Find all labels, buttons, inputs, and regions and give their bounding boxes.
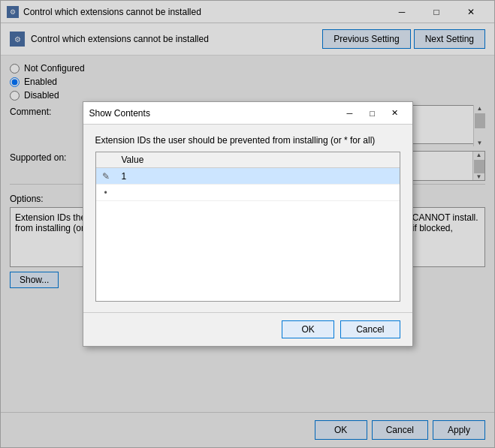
dialog-title: Show Contents	[89, 108, 339, 119]
edit-column-header	[96, 152, 116, 168]
values-table: Value ✎ •	[96, 152, 400, 201]
dialog-ok-button[interactable]: OK	[282, 320, 334, 338]
dialog-title-controls: ─ □ ✕	[339, 105, 406, 122]
dialog-close-button[interactable]: ✕	[384, 105, 406, 122]
main-window: ⚙ Control which extensions cannot be ins…	[0, 0, 495, 448]
dialog-cancel-button[interactable]: Cancel	[340, 320, 400, 338]
edit-icon-1: •	[96, 185, 116, 201]
table-row: ✎	[96, 168, 400, 185]
dialog-title-bar: Show Contents ─ □ ✕	[83, 102, 412, 125]
table-container[interactable]: Value ✎ •	[95, 152, 400, 302]
value-column-header: Value	[116, 152, 400, 168]
value-cell-0[interactable]	[116, 168, 400, 185]
value-cell-1[interactable]	[116, 185, 400, 201]
dialog-footer: OK Cancel	[83, 312, 412, 346]
dialog-body: Extension IDs the user should be prevent…	[83, 125, 412, 312]
modal-overlay: Show Contents ─ □ ✕ Extension IDs the us…	[1, 1, 494, 447]
show-contents-dialog: Show Contents ─ □ ✕ Extension IDs the us…	[83, 101, 413, 347]
value-input-0[interactable]	[122, 171, 394, 182]
table-row: •	[96, 185, 400, 201]
value-input-1[interactable]	[122, 188, 394, 198]
edit-icon-0: ✎	[96, 168, 116, 185]
dialog-maximize-button[interactable]: □	[361, 105, 384, 122]
dialog-minimize-button[interactable]: ─	[339, 105, 361, 122]
dialog-description: Extension IDs the user should be prevent…	[95, 135, 400, 146]
